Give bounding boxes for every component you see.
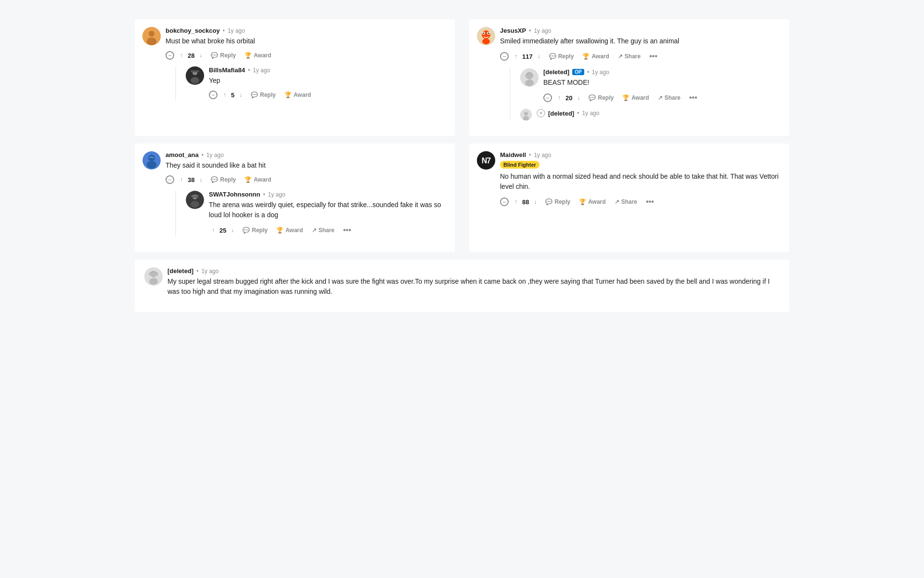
share-btn-deleted1[interactable]: ↗ Share — [655, 92, 683, 103]
text-bottom-deleted: My super legal stream bugged right after… — [167, 276, 780, 297]
username-maidwell: Maidwell — [500, 151, 526, 158]
svg-point-19 — [524, 112, 528, 116]
collapse-btn-billsmafia[interactable] — [209, 91, 218, 99]
upvote-btn-amootana[interactable]: ↑ — [177, 174, 186, 185]
reply-indent-deleted1: [deleted] OP • 1y ago BEAST MODE! ↑ — [510, 68, 782, 120]
svg-rect-5 — [191, 70, 199, 72]
page-container: bokchoy_sockcoy • 1y ago Must be what br… — [125, 10, 799, 329]
comment-body-amootana: amoot_ana • 1y ago They said it sounded … — [166, 151, 447, 240]
upvote-btn-bokchoy[interactable]: ↑ — [177, 50, 186, 61]
reply-btn-billsmafia[interactable]: 💬 Reply — [248, 90, 279, 100]
comment-header-jesusxp: JesusXP • 1y ago — [500, 27, 782, 34]
more-btn-jesusxp[interactable]: ••• — [646, 50, 660, 63]
comments-grid: bokchoy_sockcoy • 1y ago Must be what br… — [135, 19, 789, 320]
reply-btn-swat[interactable]: 💬 Reply — [240, 225, 270, 236]
time-maidwell: 1y ago — [534, 152, 551, 158]
comment-body-deleted2: + [deleted] • 1y ago — [537, 109, 782, 120]
share-btn-swat[interactable]: ↗ Share — [309, 225, 337, 236]
more-btn-maidwell[interactable]: ••• — [643, 196, 657, 208]
comment-body-maidwell: Maidwell • 1y ago Blind Fighter No human… — [500, 151, 782, 208]
comment-bokchoy: bokchoy_sockcoy • 1y ago Must be what br… — [142, 27, 447, 104]
time-jesusxp: 1y ago — [534, 27, 551, 34]
award-icon: 🏆 — [244, 52, 252, 59]
svg-point-22 — [148, 155, 155, 161]
flair-badge-maidwell: Blind Fighter — [500, 161, 539, 169]
comment-thread-bokchoy: bokchoy_sockcoy • 1y ago Must be what br… — [135, 19, 455, 136]
time-bottom-deleted: 1y ago — [201, 268, 218, 275]
downvote-btn-billsmafia[interactable]: ↓ — [236, 90, 245, 100]
award-btn-maidwell[interactable]: 🏆 Award — [576, 197, 608, 207]
comment-header-maidwell: Maidwell • 1y ago — [500, 151, 782, 158]
text-bokchoy: Must be what broke his orbital — [166, 36, 447, 46]
more-btn-deleted1[interactable]: ••• — [686, 92, 700, 104]
svg-point-6 — [191, 77, 199, 84]
reply-btn-maidwell[interactable]: 💬 Reply — [542, 197, 573, 207]
avatar-jesusxp — [477, 27, 495, 45]
expand-btn-deleted2[interactable]: + — [537, 109, 545, 118]
avatar-billsmafia — [186, 66, 204, 85]
upvote-btn-maidwell[interactable]: ↑ — [512, 197, 520, 207]
award-btn-jesusxp[interactable]: 🏆 Award — [579, 51, 612, 62]
upvote-btn-billsmafia[interactable]: ↑ — [220, 90, 229, 100]
upvote-btn-jesusxp[interactable]: ↑ — [512, 51, 520, 62]
avatar-amootana — [142, 151, 161, 170]
svg-point-34 — [150, 277, 152, 279]
time-amootana: 1y ago — [206, 152, 224, 158]
collapse-btn-deleted1[interactable] — [543, 93, 552, 102]
comment-swat: SWATJohnsonnn • 1y ago The arena was wei… — [186, 191, 447, 236]
downvote-btn-maidwell[interactable]: ↓ — [531, 197, 539, 207]
time-billsmafia: 1y ago — [253, 67, 270, 74]
comment-header-deleted2: + [deleted] • 1y ago — [537, 109, 782, 118]
reply-btn-deleted1[interactable]: 💬 Reply — [586, 92, 616, 103]
username-bottom-deleted: [deleted] — [167, 267, 193, 275]
comment-header-amootana: amoot_ana • 1y ago — [166, 151, 447, 158]
svg-text:N7: N7 — [482, 157, 491, 165]
svg-point-11 — [483, 33, 485, 34]
share-btn-jesusxp[interactable]: ↗ Share — [615, 51, 643, 62]
share-btn-maidwell[interactable]: ↗ Share — [612, 197, 640, 207]
username-bokchoy: bokchoy_sockcoy — [166, 27, 220, 34]
avatar-deleted2 — [520, 109, 532, 120]
reply-indent-billsmafia: BillsMafia84 • 1y ago Yep ↑ 5 — [175, 66, 447, 100]
downvote-btn-amootana[interactable]: ↓ — [196, 174, 205, 185]
actions-maidwell: ↑ 88 ↓ 💬 Reply 🏆 Award — [500, 196, 782, 208]
downvote-btn-jesusxp[interactable]: ↓ — [535, 51, 543, 62]
comment-thread-bottom-deleted: [deleted] • 1y ago My super legal stream… — [135, 260, 789, 312]
username-swat: SWATJohnsonnn — [209, 191, 260, 198]
reply-btn-amootana[interactable]: 💬 Reply — [208, 174, 239, 185]
time-swat: 1y ago — [268, 191, 285, 198]
vote-count-bokchoy: 28 — [188, 52, 194, 59]
svg-rect-28 — [192, 195, 198, 197]
text-swat: The arena was weirdly quiet, especially … — [209, 200, 447, 220]
collapse-btn-maidwell[interactable] — [500, 197, 509, 206]
downvote-btn-deleted1[interactable]: ↓ — [574, 92, 583, 103]
comment-body-bokchoy: bokchoy_sockcoy • 1y ago Must be what br… — [166, 27, 447, 104]
comment-body-deleted1: [deleted] OP • 1y ago BEAST MODE! ↑ — [543, 68, 782, 104]
collapse-btn-jesusxp[interactable] — [500, 52, 509, 61]
collapse-btn-amootana[interactable] — [166, 175, 174, 184]
upvote-btn-deleted1[interactable]: ↑ — [555, 92, 564, 103]
more-btn-swat[interactable]: ••• — [340, 224, 354, 236]
comment-header-bottom-deleted: [deleted] • 1y ago — [167, 267, 780, 275]
award-btn-swat[interactable]: 🏆 Award — [273, 225, 306, 236]
upvote-btn-swat[interactable]: ↑ — [209, 225, 218, 236]
vote-count-swat: 25 — [219, 227, 226, 234]
comment-deleted2: + [deleted] • 1y ago — [520, 109, 782, 120]
collapse-btn-bokchoy[interactable] — [166, 51, 174, 60]
svg-point-23 — [147, 161, 156, 169]
comment-body-bottom-deleted: [deleted] • 1y ago My super legal stream… — [167, 267, 780, 301]
award-btn-billsmafia[interactable]: 🏆 Award — [282, 90, 314, 100]
reply-btn-bokchoy[interactable]: 💬 Reply — [208, 50, 239, 61]
username-deleted2: [deleted] — [548, 110, 574, 117]
comment-body-jesusxp: JesusXP • 1y ago Smiled immediately afte… — [500, 27, 782, 124]
downvote-btn-bokchoy[interactable]: ↓ — [196, 50, 205, 61]
downvote-btn-swat[interactable]: ↓ — [228, 225, 237, 236]
actions-billsmafia: ↑ 5 ↓ 💬 Reply 🏆 — [209, 90, 447, 100]
comment-thread-amootana: amoot_ana • 1y ago They said it sounded … — [135, 144, 455, 252]
username-amootana: amoot_ana — [166, 151, 199, 158]
reply-btn-jesusxp[interactable]: 💬 Reply — [546, 51, 577, 62]
award-btn-deleted1[interactable]: 🏆 Award — [619, 92, 652, 103]
award-btn-bokchoy[interactable]: 🏆 Award — [242, 50, 274, 61]
award-btn-amootana[interactable]: 🏆 Award — [242, 174, 274, 185]
text-billsmafia: Yep — [209, 76, 447, 86]
